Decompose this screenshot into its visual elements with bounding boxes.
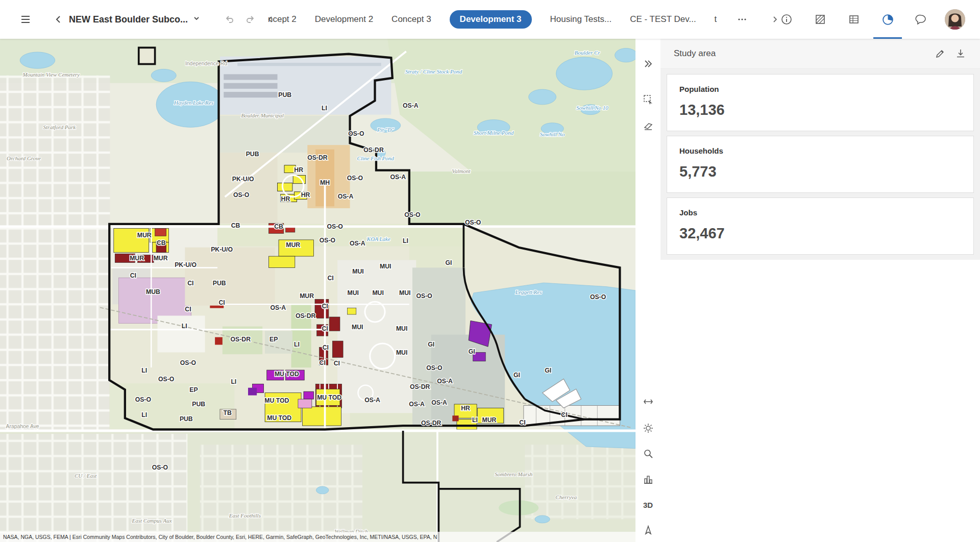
plan-title-group[interactable]: NEW East Boulder Subco... xyxy=(69,0,200,39)
tab-concept-2[interactable]: ncept 2 xyxy=(268,10,297,29)
map-zone-label: OS-DR xyxy=(363,146,384,154)
map-zone-label: OS-A xyxy=(350,240,365,247)
hamburger-menu-button[interactable] xyxy=(15,9,36,30)
avatar-image xyxy=(945,9,965,30)
stat-card-jobs: Jobs 32,467 xyxy=(667,198,974,255)
map-zone-label: PUB xyxy=(213,280,226,287)
map-place-label: Orchard Grove xyxy=(7,155,41,161)
collapse-panel-button[interactable] xyxy=(635,53,660,75)
skyline-chart-icon[interactable] xyxy=(635,469,660,490)
active-view-underline xyxy=(873,37,902,39)
map-zone-label: MUR xyxy=(286,241,300,248)
map-place-label: Leggett Res xyxy=(515,289,542,295)
stat-label: Households xyxy=(679,146,961,155)
stat-cards: Population 13,136 Households 5,773 Jobs … xyxy=(660,69,980,260)
map-zone-label: CI xyxy=(519,419,525,426)
map-zone-label: OS-O xyxy=(233,191,250,199)
map-zone-label: PK-U/O xyxy=(211,246,233,253)
navigation-arrow-icon[interactable] xyxy=(635,520,660,541)
map-zone-label: GI xyxy=(428,341,434,348)
download-button[interactable] xyxy=(950,43,971,64)
map-place-label: Cherryva xyxy=(555,494,577,500)
map-zone-label: HR xyxy=(281,195,290,203)
map-zone-label: CI xyxy=(327,275,333,282)
tab-ce-test-dev[interactable]: CE - TEST Dev... xyxy=(630,10,696,29)
map-attribution: NASA, NGA, USGS, FEMA | Esri Community M… xyxy=(0,532,635,542)
map-zone-label: MU TOD xyxy=(264,397,289,404)
map-zone-label: LI xyxy=(322,105,327,112)
map-place-label: Independence Rd xyxy=(185,61,227,66)
map-place-label: Hayden Lake Res xyxy=(174,100,213,106)
map-zone-label: TB xyxy=(223,409,231,416)
table-view-button[interactable] xyxy=(837,0,871,39)
map-zone-label: OS-O xyxy=(158,376,175,383)
map-zone-label: LI xyxy=(231,378,236,385)
map-zone-label: OS-A xyxy=(390,174,406,181)
map-zone-label: OS-DR xyxy=(410,383,430,390)
map-zone-label: GI xyxy=(446,259,452,266)
map-zone-label: GI xyxy=(469,348,475,355)
info-button[interactable] xyxy=(770,0,803,39)
edit-pencil-button[interactable] xyxy=(930,43,950,64)
redo-button[interactable] xyxy=(240,9,260,30)
zoning-hatch-button[interactable] xyxy=(803,0,837,39)
map-zone-label: OS-O xyxy=(590,293,606,301)
map-zone-label: MUR xyxy=(300,292,314,300)
tab-development-3[interactable]: Development 3 xyxy=(450,10,532,29)
top-bar: NEW East Boulder Subco... ncept 2 Develo… xyxy=(0,0,980,39)
map-zone-label: PK-U/O xyxy=(175,261,197,268)
comments-button[interactable] xyxy=(904,0,938,39)
map-zone-label: LI xyxy=(294,341,300,348)
map-place-label: Stratford Park xyxy=(43,124,77,130)
map-place-label: Cline Fish Pond xyxy=(357,155,395,161)
map-zone-label: PUB xyxy=(180,415,193,423)
dashboard-pie-button[interactable] xyxy=(871,0,904,39)
map-place-label: Sowhill No xyxy=(540,131,565,137)
map-canvas[interactable]: Mountain View CemeteryIndependence RdStr… xyxy=(0,39,635,542)
map-zone-label: MUI xyxy=(347,289,358,297)
map-zone-label: GI xyxy=(545,367,551,374)
back-chevron-button[interactable] xyxy=(48,9,69,30)
scenario-tabs: ncept 2 Development 2 Concept 3 Developm… xyxy=(268,0,782,39)
map-tools-strip: 3D xyxy=(635,39,660,542)
page-title: NEW East Boulder Subco... xyxy=(69,14,188,25)
tab-concept-3[interactable]: Concept 3 xyxy=(391,10,431,29)
map-zone-label: CI xyxy=(187,280,193,287)
map-zone-label: OS-O xyxy=(320,237,336,244)
stat-label: Population xyxy=(679,85,961,93)
resize-horizontal-icon[interactable] xyxy=(635,391,660,412)
tab-housing-tests[interactable]: Housing Tests... xyxy=(550,10,612,29)
map-zone-label: MU TOD xyxy=(317,394,341,401)
view-3d-button[interactable]: 3D xyxy=(635,494,660,515)
map-zone-label: OS-O xyxy=(327,223,344,230)
map-place-label: KOA Lake xyxy=(366,236,390,242)
more-options-button[interactable] xyxy=(735,9,749,30)
map-zone-label: MU TOD xyxy=(267,414,291,422)
map-zone-label: OS-DR xyxy=(296,312,316,319)
select-tool-icon[interactable] xyxy=(635,89,660,110)
map-zone-label: HR xyxy=(301,191,310,199)
map-zone-label: MUR xyxy=(482,416,497,424)
map-zone-label: MH xyxy=(320,179,330,186)
daylight-sun-icon[interactable] xyxy=(635,417,660,439)
tab-development-2[interactable]: Development 2 xyxy=(315,10,373,29)
map-zone-label: OS-O xyxy=(404,211,421,218)
map-zone-label: CI xyxy=(322,325,328,332)
map-zone-label: OS-DR xyxy=(231,336,251,343)
map-place-label: Pit "D" xyxy=(377,127,394,133)
swipe-tool-icon[interactable] xyxy=(635,115,660,137)
search-zoom-icon[interactable] xyxy=(635,443,660,464)
map-place-label: Arapahoe Ave xyxy=(6,424,39,429)
map-zone-label: CI xyxy=(323,344,329,351)
map-place-label: Mountain View Cemetery xyxy=(22,71,80,78)
map-zone-label: OS-A xyxy=(403,102,419,109)
map-zone-label: HR xyxy=(461,405,470,412)
tab-clipped[interactable]: t xyxy=(715,10,717,29)
study-area-panel: Study area Population 13,136 Households … xyxy=(660,39,980,542)
undo-button[interactable] xyxy=(219,9,240,30)
map-zone-label: LI xyxy=(141,411,147,418)
user-avatar[interactable] xyxy=(938,0,972,39)
map-zone-label: OS-O xyxy=(465,219,481,226)
map-zone-label: PK-U/O xyxy=(232,176,254,183)
map-place-label: East Campus Aux xyxy=(131,518,172,524)
